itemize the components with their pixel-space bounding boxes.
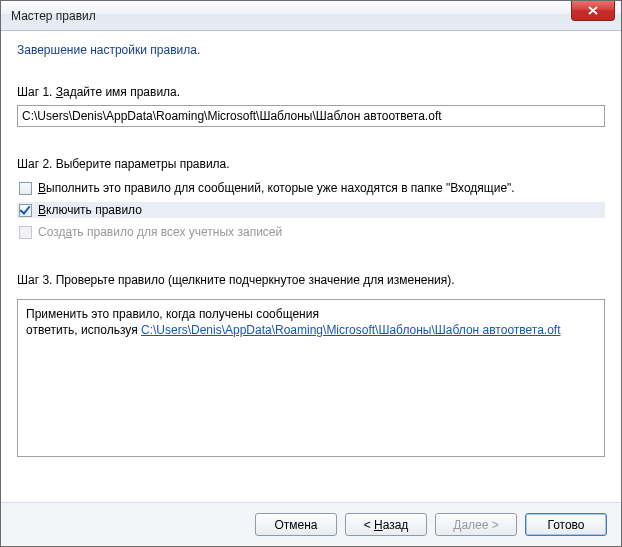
checkbox-label: Включить правило — [38, 203, 142, 217]
window-title: Мастер правил — [11, 9, 96, 23]
titlebar[interactable]: Мастер правил — [1, 1, 621, 31]
checkbox-icon — [19, 204, 32, 217]
rule-preview: Применить это правило, когда получены со… — [17, 299, 605, 457]
checkbox-enable-rule[interactable]: Включить правило — [17, 202, 605, 218]
checkbox-run-now[interactable]: Выполнить это правило для сообщений, кот… — [17, 180, 605, 196]
button-bar: Отмена < Назад Далее > Готово — [1, 502, 621, 546]
checkbox-all-accounts: Создать правило для всех учетных записей — [17, 224, 605, 240]
rule-name-input[interactable] — [17, 105, 605, 127]
finish-button[interactable]: Готово — [525, 513, 607, 536]
next-button: Далее > — [435, 513, 517, 536]
cancel-button[interactable]: Отмена — [255, 513, 337, 536]
preview-line: ответить, используя C:\Users\Denis\AppDa… — [26, 322, 596, 338]
dialog-window: Мастер правил Завершение настройки прави… — [0, 0, 622, 547]
close-button[interactable] — [571, 1, 615, 21]
checkbox-label: Создать правило для всех учетных записей — [38, 225, 282, 239]
checkbox-label: Выполнить это правило для сообщений, кот… — [38, 181, 515, 195]
step2-label: Шаг 2. Выберите параметры правила. — [17, 157, 605, 171]
step3-label: Шаг 3. Проверьте правило (щелкните подче… — [17, 273, 605, 287]
template-link[interactable]: C:\Users\Denis\AppData\Roaming\Microsoft… — [141, 323, 561, 337]
preview-line: Применить это правило, когда получены со… — [26, 306, 596, 322]
checkbox-icon — [19, 182, 32, 195]
step1-label: Шаг 1. Задайте имя правила. — [17, 85, 605, 99]
close-icon — [588, 6, 598, 15]
page-subtitle: Завершение настройки правила. — [17, 43, 605, 57]
back-button[interactable]: < Назад — [345, 513, 427, 536]
checkbox-icon — [19, 226, 32, 239]
dialog-content: Завершение настройки правила. Шаг 1. Зад… — [1, 31, 621, 502]
